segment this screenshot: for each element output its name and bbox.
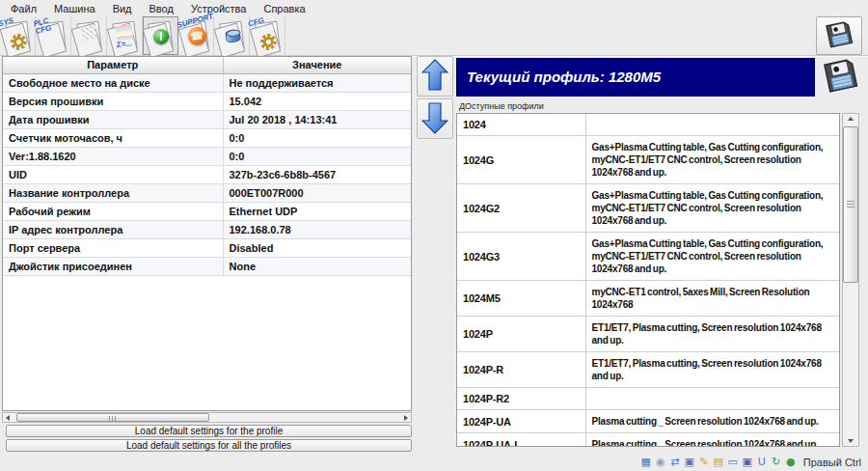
scroll-up-icon[interactable] [843, 114, 858, 124]
parameter-name: Ver:1.88.1620 [3, 147, 223, 165]
profile-description: ET1/ET7, Plasma cutting, Screen resoluti… [585, 317, 839, 352]
vm-status-icons: ▦◉⇄▣✎▤▭▣U↻● [640, 457, 797, 468]
parameter-row[interactable]: UID327b-23c6-6b8b-4567 [3, 165, 411, 183]
profile-row[interactable]: 1024GGas+Plasma Cutting table, Gas Cutti… [457, 136, 839, 184]
parameter-value: 0:0 [223, 147, 411, 165]
info-button[interactable] [143, 16, 178, 55]
parameter-value: 15.042 [223, 92, 411, 110]
parameter-row[interactable]: Свободное место на дискеНе поддерживаетс… [3, 73, 411, 92]
profile-description [585, 114, 839, 136]
scroll-right-icon[interactable] [401, 413, 411, 422]
hdd-icon[interactable]: ▦ [640, 457, 652, 468]
scroll-down-icon[interactable] [843, 436, 858, 446]
recording-icon[interactable]: ✎ [698, 457, 710, 468]
profile-row[interactable]: 1024P-R2 [457, 388, 839, 410]
parameter-row[interactable]: Версия прошивки15.042 [3, 92, 411, 110]
horizontal-scrollbar-thumb[interactable] [16, 413, 209, 422]
report-button[interactable] [71, 16, 107, 55]
parameter-row[interactable]: Дата прошивкиJul 20 2018 , 14:13:41 [3, 110, 411, 128]
network-icon[interactable]: ↻ [771, 457, 782, 468]
parameter-row[interactable]: Рабочий режимEthernet UDP [3, 202, 411, 220]
profile-description: myCNC-ET1 control, 5axes Mill, Screen Re… [585, 281, 839, 317]
gear-icon [9, 32, 27, 50]
load-profile-defaults-button[interactable]: Load default settings for the profile [6, 425, 412, 437]
horizontal-scrollbar[interactable] [2, 412, 412, 423]
optical-disk-icon[interactable]: ◉ [655, 457, 666, 468]
profile-row[interactable]: 1024P-UA-LPlasma cutting _ Screen resolu… [457, 433, 839, 448]
database-icon [219, 20, 244, 51]
menu-item-3[interactable]: Вид [104, 2, 141, 15]
report-icon [76, 20, 101, 51]
usb-icon[interactable]: U [756, 457, 768, 468]
profile-name: 1024G [457, 136, 585, 184]
profile-row[interactable]: 1024PET1/ET7, Plasma cutting, Screen res… [457, 317, 839, 352]
features-icon[interactable]: ● [785, 457, 797, 468]
vertical-scrollbar-thumb[interactable] [843, 126, 858, 283]
profiles-table: 10241024GGas+Plasma Cutting table, Gas C… [456, 113, 840, 447]
cfg-icon: CFG [255, 20, 280, 51]
parameter-row[interactable]: Порт сервераDisabled [3, 238, 411, 257]
stripes-icon [115, 24, 133, 41]
menu-item-4[interactable]: Ввод [141, 2, 182, 15]
save-settings-button[interactable] [816, 16, 862, 55]
parameters-header-row: Параметр Значение [3, 57, 411, 73]
parameter-row[interactable]: IP адрес контроллера192.168.0.78 [3, 220, 411, 238]
menu-item-6[interactable]: Справка [255, 2, 313, 15]
floppy-disk-icon [821, 56, 860, 97]
menu-item-2[interactable]: Машина [45, 2, 104, 15]
summary-log-button[interactable]: Σ=... [107, 16, 143, 55]
column-header-parameter[interactable]: Параметр [3, 57, 223, 73]
column-header-value[interactable]: Значение [223, 57, 411, 73]
plc-config-icon: PLC CFG [41, 20, 66, 51]
parameter-row[interactable]: Счетчик моточасов, ч0:0 [3, 128, 411, 147]
profile-description: Plasma cutting _ Screen resolution 1024x… [585, 433, 839, 448]
database-icon [225, 29, 240, 43]
virtual-screens-icon[interactable]: ▣ [742, 457, 753, 468]
profile-down-button[interactable] [417, 98, 453, 139]
parameter-value: 327b-23c6-6b8b-4567 [223, 165, 411, 183]
profile-name: 1024P-R2 [457, 388, 585, 410]
load-all-defaults-button[interactable]: Load default settings for all the profil… [6, 439, 412, 452]
scroll-left-icon[interactable] [3, 413, 13, 422]
plc-config-button[interactable]: PLC CFG [36, 16, 71, 55]
profile-row[interactable]: 1024G3Gas+Plasma Cutting table, Gas Cutt… [457, 233, 839, 281]
drag-drop-icon[interactable]: ▣ [684, 457, 695, 468]
profile-name: 1024P-UA-L [457, 433, 585, 448]
display-icon[interactable]: ▭ [727, 457, 739, 468]
profile-row[interactable]: 1024 [457, 114, 839, 136]
plc-config-label: PLC CFG [32, 16, 51, 36]
parameter-row[interactable]: Название контроллера000ET007R000 [3, 183, 411, 202]
parameter-row[interactable]: Ver:1.88.16200:0 [3, 147, 411, 165]
menubar: ФайлМашинаВидВводУстройстваСправка [0, 0, 868, 16]
menu-item-5[interactable]: Устройства [182, 2, 256, 15]
current-profile-banner: Текущий профиль: 1280M5 [456, 58, 815, 97]
parameters-body: Свободное место на дискеНе поддерживаетс… [3, 73, 411, 275]
parameter-name: Свободное место на диске [3, 73, 223, 92]
profile-row[interactable]: 1024M5myCNC-ET1 control, 5axes Mill, Scr… [457, 281, 839, 317]
parameters-table: Параметр Значение Свободное место на дис… [2, 56, 412, 411]
app-window: ФайлМашинаВидВводУстройстваСправка SYSPL… [0, 0, 868, 471]
profile-name: 1024M5 [457, 281, 585, 317]
parameter-name: Название контроллера [3, 183, 223, 202]
vertical-scrollbar[interactable] [842, 113, 859, 447]
parameter-value: 000ET007R000 [223, 183, 411, 202]
profile-row[interactable]: 1024G2Gas+Plasma Cutting table, Gas Cutt… [457, 184, 839, 233]
shared-folder-icon[interactable]: ▤ [713, 457, 724, 468]
shared-clipboard-icon[interactable]: ⇄ [669, 457, 681, 468]
support-button[interactable]: ☎SUPPORT [178, 16, 214, 55]
save-profile-button[interactable] [819, 56, 862, 97]
menu-item-1[interactable]: Файл [2, 2, 45, 15]
sys-config-button[interactable]: SYS [0, 16, 36, 55]
parameter-row[interactable]: Джойстик присоединенNone [3, 257, 411, 275]
database-button[interactable] [214, 16, 250, 55]
vm-statusbar: ▦◉⇄▣✎▤▭▣U↻● Правый Ctrl [640, 457, 861, 468]
cfg-button[interactable]: CFG [250, 16, 285, 55]
support-icon: ☎SUPPORT [183, 20, 208, 51]
parameter-value: Disabled [223, 238, 411, 257]
parameter-value: Jul 20 2018 , 14:13:41 [223, 110, 411, 128]
profile-up-button[interactable] [417, 56, 453, 97]
profile-row[interactable]: 1024P-RET1/ET7, Plasma cutting, Screen r… [457, 352, 839, 388]
current-profile-title: Текущий профиль: 1280M5 [467, 69, 661, 85]
profile-row[interactable]: 1024P-UAPlasma cutting _ Screen resoluti… [457, 410, 839, 433]
profile-description: Gas+Plasma Cutting table, Gas Cutting co… [585, 184, 839, 233]
